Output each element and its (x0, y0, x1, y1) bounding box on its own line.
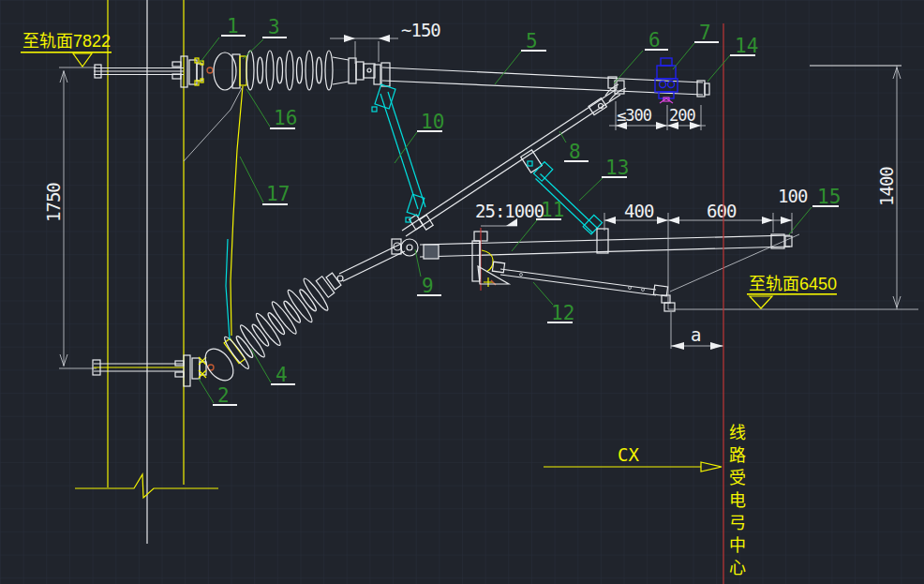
label-15: 15 (817, 186, 841, 208)
label-9: 9 (422, 275, 434, 297)
label-1: 1 (227, 15, 239, 37)
label-4: 4 (276, 364, 288, 386)
dim-1750-text: 1750 (43, 183, 64, 222)
catenary-cantilever-drawing: 至轨面7822 1750 (0, 0, 924, 584)
cx-text: CX (618, 444, 639, 465)
dim-200-text: 200 (669, 106, 695, 125)
label-12: 12 (551, 302, 574, 324)
dim-150-text: ~150 (401, 20, 440, 40)
label-10: 10 (421, 111, 444, 133)
dim-600-text: 600 (707, 201, 737, 221)
dim-300-text: ≤300 (617, 106, 652, 125)
dim-a-text: a (691, 324, 700, 345)
label-17: 17 (266, 183, 290, 205)
pantograph-center-caption: 线路受电弓中心 (725, 424, 746, 581)
datum-7822-label: 至轨面7822 (22, 32, 111, 51)
label-5: 5 (526, 30, 538, 52)
label-8: 8 (569, 141, 581, 163)
dim-1400-text: 1400 (876, 167, 897, 206)
dim-100-text: 100 (778, 186, 808, 206)
slope-text: 25:1000 (475, 201, 544, 221)
label-3: 3 (268, 16, 280, 38)
label-2: 2 (217, 384, 230, 407)
label-13: 13 (605, 157, 629, 179)
label-16: 16 (274, 107, 297, 129)
datum-6450-label: 至轨面6450 (749, 275, 837, 293)
label-11: 11 (541, 199, 564, 221)
dim-400-text: 400 (624, 201, 654, 221)
label-6: 6 (648, 29, 661, 52)
label-14: 14 (735, 35, 758, 57)
cad-drawing-canvas: 至轨面7822 1750 (0, 0, 924, 584)
label-7: 7 (699, 22, 711, 44)
